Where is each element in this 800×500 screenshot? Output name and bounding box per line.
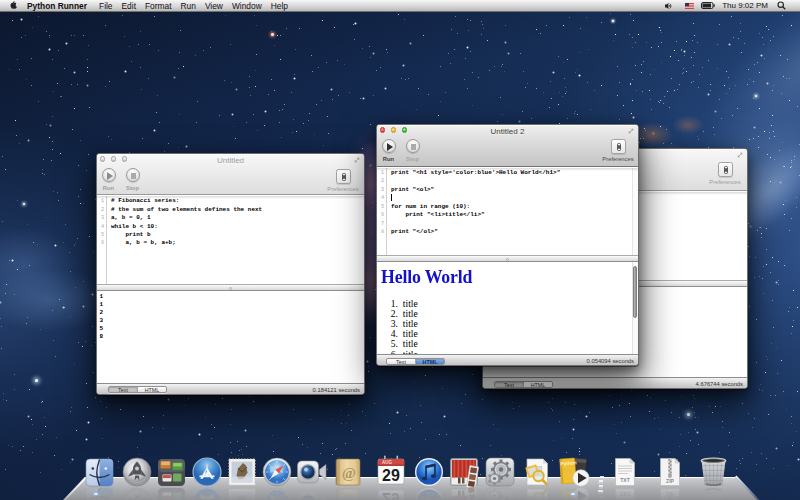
svg-text:TXT: TXT — [620, 491, 629, 497]
svg-text:ZIP: ZIP — [666, 491, 674, 497]
svg-text:@: @ — [342, 494, 356, 500]
svg-text:29: 29 — [382, 490, 400, 500]
svg-text:AUG: AUG — [382, 460, 392, 465]
